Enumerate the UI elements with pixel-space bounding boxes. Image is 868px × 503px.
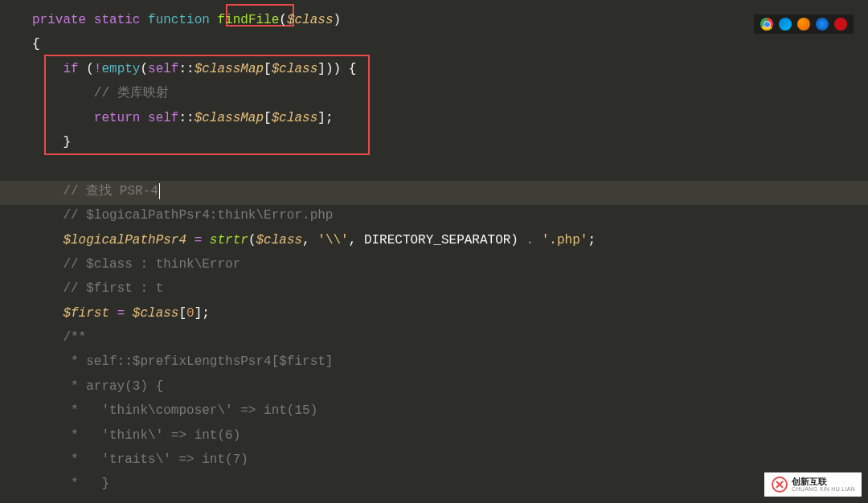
watermark-text-cn: 创新互联 [792,476,855,486]
code-line: * 'traits\' => int(7) [32,448,868,472]
code-line: if (!empty(self::$classMap[$class])) { [32,57,868,81]
code-line: * 'think\' => int(6) [32,423,868,448]
code-line: * self::$prefixLengthsPsr4[$first] [32,350,868,374]
code-line [32,154,868,178]
code-line: /** [32,325,868,350]
code-line: } [32,130,868,154]
code-line: * array(3) { [32,374,868,399]
code-line: $first = $class[0]; [32,301,868,325]
code-line: return self::$classMap[$class]; [32,106,868,130]
watermark-logo-icon [771,476,788,493]
watermark-text-en: CHUANG XIN HU LIAN [792,486,855,493]
code-line: // 类库映射 [32,81,868,105]
code-line: * 'think\composer\' => int(15) [32,399,868,423]
code-editor[interactable]: private static function findFile($class)… [0,0,868,497]
code-line: // 查找 PSR-4 [32,179,868,203]
watermark: 创新互联 CHUANG XIN HU LIAN [764,472,862,497]
code-line: private static function findFile($class) [32,8,868,32]
code-line: $logicalPathPsr4 = strtr($class, '\\', D… [32,228,868,252]
text-cursor [159,183,160,199]
code-line: { [32,32,868,56]
code-line: // $first : t [32,276,868,301]
code-line: // $class : think\Error [32,252,868,276]
code-line: // $logicalPathPsr4:think\Error.php [32,203,868,227]
code-line: * } [32,472,868,496]
